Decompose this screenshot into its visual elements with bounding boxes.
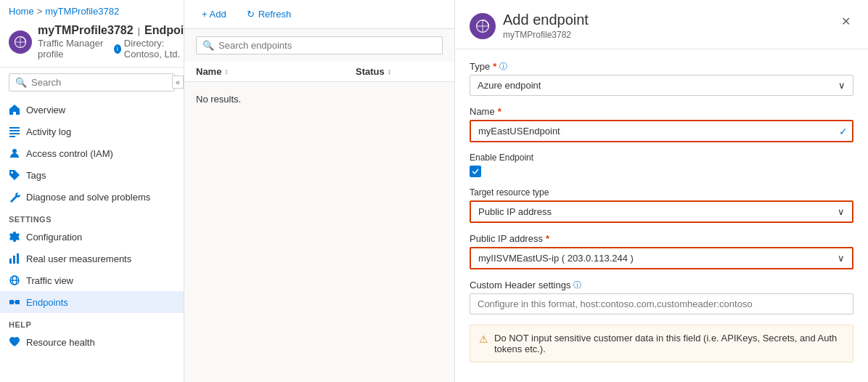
type-field: Type * ⓘ Azure endpoint ∨ (470, 61, 853, 96)
add-button[interactable]: + Add (196, 6, 232, 23)
app-section: Endpoints (144, 24, 184, 37)
sidebar-item-overview[interactable]: Overview (0, 99, 184, 121)
sidebar-item-label: Configuration (26, 232, 82, 243)
warning-text: Do NOT input sensitive customer data in … (494, 333, 844, 354)
custom-header-input[interactable] (470, 293, 853, 314)
custom-header-info-icon[interactable]: ⓘ (573, 280, 581, 290)
sidebar-item-activity-log[interactable]: Activity log (0, 121, 184, 142)
warning-message: ⚠ Do NOT input sensitive customer data i… (470, 325, 853, 362)
sidebar-item-access-control[interactable]: Access control (IAM) (0, 142, 184, 164)
col-status-label: Status (356, 66, 385, 77)
breadcrumb-separator: > (37, 6, 43, 17)
tag-icon (9, 169, 20, 181)
sidebar-item-configuration[interactable]: Configuration (0, 226, 184, 248)
svg-rect-6 (9, 136, 15, 137)
name-field: Name * ✓ (470, 106, 853, 142)
endpoints-search-input[interactable] (218, 40, 436, 51)
sidebar-item-resource-health[interactable]: Resource health (0, 331, 184, 353)
breadcrumb-home[interactable]: Home (9, 6, 34, 17)
svg-rect-4 (9, 130, 20, 131)
type-info-icon[interactable]: ⓘ (499, 61, 507, 72)
info-icon[interactable]: i (114, 44, 121, 54)
refresh-icon: ↻ (247, 9, 255, 20)
sidebar-item-diagnose[interactable]: Diagnose and solve problems (0, 186, 184, 208)
col-name-header: Name ↕ (196, 66, 356, 77)
sidebar-item-label: Endpoints (26, 297, 68, 308)
search-icon: 🔍 (15, 77, 27, 88)
name-input-wrapper: ✓ (470, 120, 853, 142)
target-resource-type-select[interactable]: Public IP address ∨ (470, 200, 853, 223)
panel-icon (470, 13, 496, 39)
main-toolbar: + Add ↻ Refresh (184, 0, 454, 29)
target-resource-type-value: Public IP address (478, 206, 552, 217)
type-select[interactable]: Azure endpoint ∨ (470, 75, 853, 96)
public-ip-select[interactable]: myIISVMEastUS-ip ( 203.0.113.244 ) ∨ (470, 247, 853, 269)
sidebar-item-endpoints[interactable]: Endpoints (0, 291, 184, 313)
refresh-button[interactable]: ↻ Refresh (241, 6, 298, 23)
globe-icon (9, 275, 20, 286)
search-box: 🔍 (9, 73, 175, 92)
enable-checkbox[interactable] (470, 166, 481, 177)
app-header: myTMProfile3782 | Endpoints Traffic Mana… (9, 21, 175, 62)
breadcrumb-profile[interactable]: myTMProfile3782 (45, 6, 119, 17)
sort-name-icon[interactable]: ↕ (224, 68, 228, 76)
directory-label: Directory: Contoso, Ltd. (124, 38, 184, 60)
panel-header: Add endpoint myTMProfile3782 ✕ (455, 0, 868, 49)
settings-section-label: Settings (0, 208, 184, 226)
sidebar-nav: Overview Activity log Access control (IA… (0, 96, 184, 382)
svg-rect-16 (15, 300, 20, 304)
enable-endpoint-field: Enable Endpoint (470, 153, 853, 177)
panel-body: Type * ⓘ Azure endpoint ∨ Name * ✓ Enabl… (455, 49, 868, 382)
chart-icon (9, 253, 20, 264)
app-title: myTMProfile3782 (38, 24, 134, 37)
tm-icon (14, 36, 27, 49)
search-area: 🔍 « (0, 68, 184, 96)
close-panel-button[interactable]: ✕ (838, 12, 853, 31)
public-ip-value: myIISVMEastUS-ip ( 203.0.113.244 ) (478, 253, 634, 264)
col-status-header: Status ↕ (356, 66, 443, 77)
sidebar-item-traffic-view[interactable]: Traffic view (0, 269, 184, 291)
breadcrumb: Home > myTMProfile3782 (9, 6, 175, 17)
name-input[interactable] (470, 120, 853, 142)
svg-point-7 (12, 149, 17, 153)
type-select-value: Azure endpoint (478, 80, 541, 91)
chevron-down-icon: ∨ (838, 206, 845, 217)
panel-title-area: Add endpoint myTMProfile3782 (470, 12, 589, 40)
collapse-sidebar-button[interactable]: « (172, 76, 184, 89)
enable-label: Enable Endpoint (470, 153, 853, 163)
enable-checkbox-group (470, 166, 853, 177)
target-resource-type-label: Target resource type (470, 187, 853, 198)
sidebar-header: Home > myTMProfile3782 myTMProfile3782 |… (0, 0, 184, 68)
sidebar-item-label: Traffic view (26, 275, 73, 286)
search-input[interactable] (31, 77, 168, 88)
panel-subtitle: myTMProfile3782 (503, 30, 589, 40)
sidebar-item-real-user[interactable]: Real user measurements (0, 248, 184, 269)
svg-rect-10 (13, 256, 15, 264)
panel-title-text: Add endpoint myTMProfile3782 (503, 12, 589, 40)
name-check-icon: ✓ (839, 126, 848, 137)
name-label: Name * (470, 106, 853, 117)
app-subtitle: Traffic Manager profile i Directory: Con… (38, 38, 184, 60)
sidebar-item-label: Activity log (26, 126, 71, 137)
person-icon (9, 147, 20, 159)
public-ip-field: Public IP address * myIISVMEastUS-ip ( 2… (470, 233, 853, 269)
no-results-text: No results. (184, 82, 454, 116)
sidebar-item-tags[interactable]: Tags (0, 164, 184, 186)
app-icon (9, 31, 32, 54)
svg-rect-9 (9, 259, 12, 264)
sidebar-item-label: Tags (26, 170, 46, 181)
chevron-down-icon: ∨ (838, 253, 845, 264)
help-section-label: Help (0, 313, 184, 331)
sort-status-icon[interactable]: ↕ (388, 68, 391, 76)
heart-icon (9, 336, 20, 348)
endpoint-panel-icon (475, 19, 490, 33)
wrench-icon (9, 191, 20, 203)
refresh-label: Refresh (258, 9, 292, 20)
app-title-area: myTMProfile3782 | Endpoints Traffic Mana… (38, 24, 184, 60)
custom-header-label: Custom Header settings ⓘ (470, 280, 853, 290)
gear-icon (9, 231, 20, 243)
col-name-label: Name (196, 66, 221, 77)
svg-rect-5 (9, 133, 20, 134)
sidebar-item-label: Real user measurements (26, 253, 131, 264)
type-label: Type * ⓘ (470, 61, 853, 72)
